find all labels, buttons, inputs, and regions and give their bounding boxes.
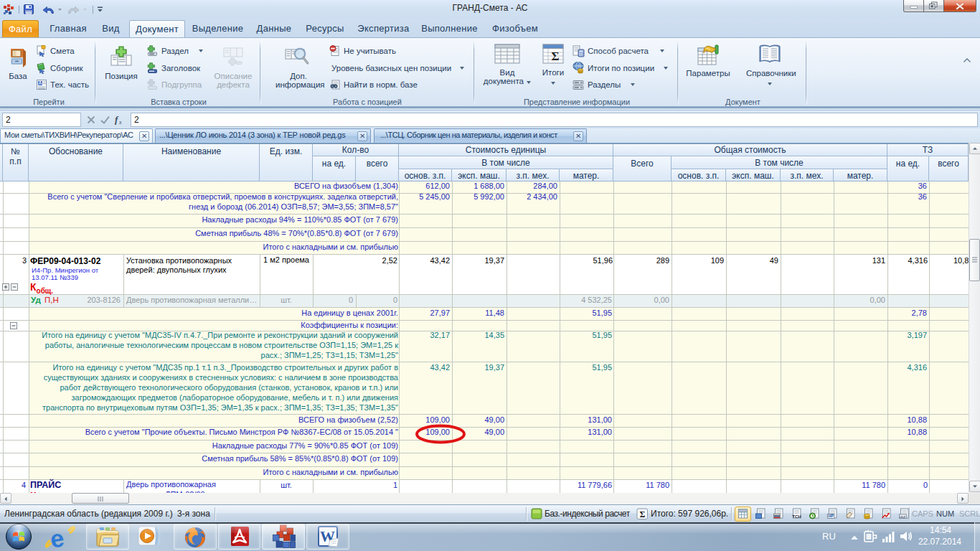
svg-text:A: A: [39, 80, 42, 85]
svg-text:x: x: [118, 119, 122, 126]
svg-text:HP: HP: [828, 514, 834, 518]
svg-text:Σ: Σ: [639, 509, 645, 519]
svg-text:Σ: Σ: [551, 50, 559, 63]
svg-text:e: e: [48, 525, 66, 550]
svg-text:ТСН: ТСН: [792, 514, 801, 519]
svg-text:?: ?: [577, 64, 580, 69]
